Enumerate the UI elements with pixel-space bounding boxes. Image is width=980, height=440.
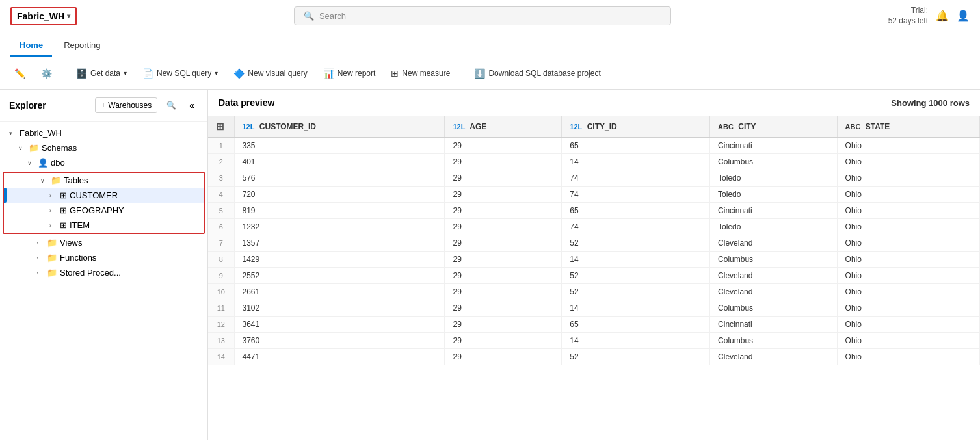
sidebar-search-icon: 🔍	[166, 101, 176, 110]
cell-state: Ohio	[837, 333, 979, 349]
tree-item-dbo[interactable]: ∨ 👤 dbo	[0, 155, 207, 170]
table-row: 2 401 29 14 Columbus Ohio	[208, 154, 980, 170]
edit-button[interactable]: ✏️	[8, 65, 32, 82]
cell-customer-id: 3760	[234, 333, 445, 349]
download-sql-button[interactable]: ⬇️ Download SQL database project	[468, 65, 607, 82]
sidebar: Explorer + Warehouses 🔍 « ▾ Fabric_WH	[0, 90, 208, 440]
tree-item-stored-proc[interactable]: › 📁 Stored Proced...	[0, 265, 207, 280]
expand-icon: ›	[49, 192, 57, 199]
tree-item-item[interactable]: › ⊞ ITEM	[4, 218, 204, 233]
tree-item-label: Stored Proced...	[60, 268, 121, 278]
tab-reporting[interactable]: Reporting	[55, 35, 109, 57]
cell-customer-id: 3102	[234, 300, 445, 317]
cell-age: 29	[445, 138, 562, 154]
cell-customer-id: 4471	[234, 349, 445, 365]
new-visual-query-button[interactable]: 🔷 New visual query	[227, 65, 313, 82]
tree-item-fabric-wh[interactable]: ▾ Fabric_WH	[0, 125, 207, 140]
cell-state: Ohio	[837, 219, 979, 235]
get-data-button[interactable]: 🗄️ Get data ▾	[70, 65, 133, 82]
nav-tabs: Home Reporting	[0, 32, 980, 57]
data-area: Data preview Showing 1000 rows ⊞ 12L CUS…	[208, 90, 980, 440]
tree-item-label: Views	[60, 238, 82, 248]
new-measure-label: New measure	[402, 69, 450, 78]
cell-city-id: 14	[562, 333, 710, 349]
sidebar-collapse-button[interactable]: «	[185, 97, 198, 113]
table-row: 4 720 29 74 Toledo Ohio	[208, 187, 980, 203]
trial-line1: Trial:	[888, 6, 928, 16]
app-title-text: Fabric_WH	[17, 11, 64, 21]
cell-city-id: 65	[562, 203, 710, 219]
col-header-rownum: ⊞	[208, 116, 234, 138]
cell-age: 29	[445, 203, 562, 219]
cell-age: 29	[445, 349, 562, 365]
user-icon[interactable]: 👤	[957, 10, 970, 22]
cell-customer-id: 2552	[234, 268, 445, 284]
tree-item-customer[interactable]: › ⊞ CUSTOMER	[4, 188, 204, 203]
cell-age: 29	[445, 317, 562, 333]
table-row: 12 3641 29 65 Cincinnati Ohio	[208, 317, 980, 333]
new-report-label: New report	[338, 69, 376, 78]
new-sql-query-button[interactable]: 📄 New SQL query ▾	[136, 65, 224, 82]
cell-city-id: 52	[562, 349, 710, 365]
new-measure-button[interactable]: ⊞ New measure	[384, 65, 457, 82]
cell-age: 29	[445, 219, 562, 235]
col-header-city-id: 12L CITY_ID	[562, 116, 710, 138]
cell-state: Ohio	[837, 349, 979, 365]
table-row: 1 335 29 65 Cincinnati Ohio	[208, 138, 980, 154]
cell-city: Columbus	[710, 154, 837, 170]
cell-state: Ohio	[837, 203, 979, 219]
tree-item-schemas[interactable]: ∨ 📁 Schemas	[0, 140, 207, 155]
chevron-down-icon: ▾	[67, 12, 70, 19]
new-report-button[interactable]: 📊 New report	[317, 65, 382, 82]
get-data-icon: 🗄️	[76, 68, 87, 79]
cell-city-id: 65	[562, 317, 710, 333]
settings-button[interactable]: ⚙️	[34, 65, 59, 82]
cell-city: Cincinnati	[710, 317, 837, 333]
cell-age: 29	[445, 170, 562, 187]
cell-rownum: 6	[208, 219, 234, 235]
cell-age: 29	[445, 187, 562, 203]
folder-icon: 📁	[29, 143, 39, 153]
add-warehouses-button[interactable]: + Warehouses	[95, 97, 157, 113]
cell-city-id: 14	[562, 154, 710, 170]
cell-city: Toledo	[710, 170, 837, 187]
tree-item-tables[interactable]: ∨ 📁 Tables	[4, 173, 204, 188]
cell-age: 29	[445, 235, 562, 252]
tree-item-label: dbo	[51, 158, 65, 168]
tree-item-functions[interactable]: › 📁 Functions	[0, 250, 207, 265]
trial-line2: 52 days left	[888, 16, 928, 27]
tree-item-geography[interactable]: › ⊞ GEOGRAPHY	[4, 203, 204, 218]
sidebar-header: Explorer + Warehouses 🔍 «	[0, 90, 207, 122]
cell-state: Ohio	[837, 252, 979, 268]
new-sql-label: New SQL query	[157, 69, 211, 78]
data-preview-header: Data preview Showing 1000 rows	[208, 90, 980, 116]
table-icon: ⊞	[60, 205, 67, 215]
folder-icon: 📁	[47, 238, 57, 248]
toolbar: ✏️ ⚙️ 🗄️ Get data ▾ 📄 New SQL query ▾ 🔷 …	[0, 57, 980, 90]
cell-customer-id: 1232	[234, 219, 445, 235]
cell-state: Ohio	[837, 317, 979, 333]
tree-item-label: Tables	[64, 175, 88, 185]
sidebar-search-button[interactable]: 🔍	[163, 98, 180, 112]
cell-city: Cincinnati	[710, 138, 837, 154]
tab-home[interactable]: Home	[10, 35, 52, 57]
cell-rownum: 14	[208, 349, 234, 365]
sidebar-title: Explorer	[9, 100, 46, 110]
top-bar: Fabric_WH ▾ 🔍 Search Trial: 52 days left…	[0, 0, 980, 32]
schema-icon: 👤	[38, 158, 48, 168]
sidebar-actions: + Warehouses 🔍 «	[95, 97, 198, 113]
expand-icon: ▾	[9, 130, 17, 136]
download-label: Download SQL database project	[488, 69, 600, 78]
cell-city-id: 52	[562, 268, 710, 284]
bell-icon[interactable]: 🔔	[936, 10, 949, 22]
cell-rownum: 9	[208, 268, 234, 284]
search-bar[interactable]: 🔍 Search	[294, 6, 671, 25]
tree-item-views[interactable]: › 📁 Views	[0, 235, 207, 250]
cell-age: 29	[445, 154, 562, 170]
cell-age: 29	[445, 268, 562, 284]
app-title[interactable]: Fabric_WH ▾	[10, 7, 77, 25]
tree-item-label: CUSTOMER	[70, 190, 118, 200]
cell-age: 29	[445, 300, 562, 317]
cell-state: Ohio	[837, 154, 979, 170]
cell-city: Cleveland	[710, 349, 837, 365]
